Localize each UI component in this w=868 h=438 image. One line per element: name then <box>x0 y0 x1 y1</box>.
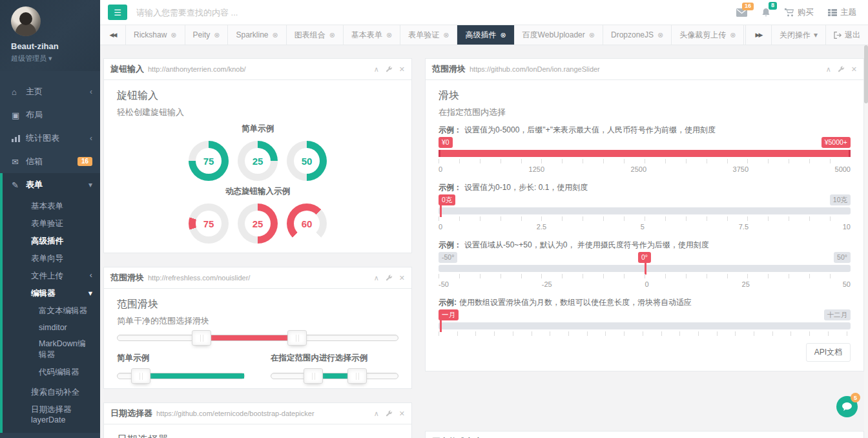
tabs-scroll-right-button[interactable]: ▶▶ <box>745 25 771 45</box>
close-icon[interactable]: ✕ <box>399 410 405 417</box>
scrollbar-thumb[interactable] <box>864 45 868 103</box>
slider-handle[interactable] <box>192 330 211 346</box>
tab-close-icon[interactable]: ⊗ <box>273 31 278 39</box>
knob-input[interactable]: 50 <box>287 141 327 181</box>
slider-handle[interactable] <box>347 368 367 384</box>
sidebar-item-mailbox[interactable]: ✉ 信箱 16 <box>0 150 100 173</box>
submenu-form-wizard[interactable]: 表单向导 <box>3 250 100 267</box>
close-icon[interactable]: ✕ <box>851 66 857 73</box>
range-slider[interactable] <box>117 335 398 341</box>
submenu-autocomplete[interactable]: 搜索自动补全 <box>3 381 100 401</box>
tab-avatar-crop[interactable]: 头像裁剪上传⊗ <box>672 25 744 45</box>
ion-slider-money[interactable]: ¥0 ¥5000+ 01250250037505000 <box>439 137 851 176</box>
slider-handle[interactable] <box>439 150 440 157</box>
slider-handle[interactable] <box>287 330 307 346</box>
api-doc-button[interactable]: API文档 <box>806 343 851 362</box>
close-icon[interactable]: ✕ <box>399 66 405 73</box>
wrench-icon[interactable] <box>386 275 393 282</box>
sidebar-toggle-button[interactable]: ☰ <box>108 5 127 20</box>
tab-close-icon[interactable]: ⊗ <box>657 31 663 39</box>
slider-handle[interactable] <box>645 262 646 275</box>
close-operations-dropdown[interactable]: 关闭操作▾ <box>771 25 825 45</box>
tab-close-icon[interactable]: ⊗ <box>730 31 736 39</box>
tab-peity[interactable]: Peity⊗ <box>185 25 229 45</box>
panel-title: 范围滑块 <box>432 63 466 75</box>
submenu-form-validation[interactable]: 表单验证 <box>3 215 100 233</box>
sidebar-item-layout[interactable]: ▣ 布局 <box>0 103 100 127</box>
submenu-advanced-plugins[interactable]: 高级插件 <box>3 233 100 250</box>
panel-title: 范围滑块 <box>110 272 144 284</box>
tab-close-icon[interactable]: ⊗ <box>443 31 449 39</box>
knob-input[interactable]: 60 <box>287 203 327 244</box>
slider-handle[interactable] <box>440 205 442 217</box>
slider-handle[interactable] <box>440 320 442 332</box>
tab-close-icon[interactable]: ⊗ <box>386 31 392 39</box>
tab-webuploader[interactable]: 百度WebUploader⊗ <box>515 25 603 45</box>
chat-bubble-icon <box>842 402 852 411</box>
ion-heading: 滑块 <box>439 89 851 103</box>
panel-url: https://github.com/lonDen/ion.rangeSlide… <box>470 65 826 73</box>
wrench-icon[interactable] <box>838 66 845 73</box>
tab-rickshaw[interactable]: Rickshaw⊗ <box>126 25 185 45</box>
tabs-scroll-left-button[interactable]: ◀◀ <box>100 25 126 45</box>
slider-handle[interactable] <box>849 150 851 157</box>
knob-input[interactable]: 75 <box>189 203 229 244</box>
submenu-basic-form[interactable]: 基本表单 <box>3 198 100 215</box>
tab-chart-combo[interactable]: 图表组合⊗ <box>287 25 344 45</box>
slider-handle[interactable] <box>304 368 323 384</box>
slider-track[interactable] <box>439 150 851 157</box>
tab-sparkline[interactable]: Sparkline⊗ <box>228 25 286 45</box>
notifications-button[interactable]: 8 <box>761 8 770 17</box>
theme-button[interactable]: 主题 <box>828 7 856 18</box>
submenu-file-upload[interactable]: 文件上传‹ <box>3 267 100 285</box>
tab-close-icon[interactable]: ⊗ <box>500 31 506 39</box>
submenu-markdown-editor[interactable]: MarkDown编辑器 <box>3 335 100 364</box>
tab-close-icon[interactable]: ⊗ <box>214 31 220 39</box>
tab-close-icon[interactable]: ⊗ <box>589 31 595 39</box>
messages-button[interactable]: 16 <box>736 8 747 17</box>
tab-dropzonejs[interactable]: DropzoneJS⊗ <box>603 25 672 45</box>
ion-slider-months[interactable]: 一月 十二月 <box>439 309 851 337</box>
wrench-icon[interactable] <box>386 410 393 417</box>
slider-min-badge: -50° <box>439 252 457 263</box>
slider-max-badge: 10克 <box>830 194 851 205</box>
user-role-dropdown[interactable]: 超级管理员 ▾ <box>11 54 100 63</box>
knob-input[interactable]: 25 <box>238 141 278 181</box>
search-input[interactable] <box>136 8 722 17</box>
avatar[interactable] <box>11 6 41 36</box>
simple-slider[interactable] <box>117 373 245 379</box>
sidebar-item-forms[interactable]: ✎ 表单 ▾ <box>3 173 100 196</box>
collapse-icon[interactable]: ∧ <box>374 275 379 282</box>
tab-advanced-plugins[interactable]: 高级插件⊗ <box>457 25 514 45</box>
slider-handle[interactable] <box>131 368 150 384</box>
close-icon[interactable]: ✕ <box>399 275 405 282</box>
sidebar-item-charts[interactable]: 统计图表 ‹ <box>0 127 100 150</box>
collapse-icon[interactable]: ∧ <box>826 66 831 73</box>
scrollbar-track[interactable] <box>864 45 868 438</box>
exit-button[interactable]: 退出 <box>825 25 868 45</box>
datepicker-heading: 日期选择器 <box>117 433 398 438</box>
collapse-icon[interactable]: ∧ <box>374 66 379 73</box>
submenu-richtext-editor[interactable]: 富文本编辑器 <box>3 302 100 320</box>
submenu-editors[interactable]: 编辑器▾ <box>3 285 100 302</box>
knob-input[interactable]: 75 <box>189 141 229 181</box>
ion-slider-gram[interactable]: 0克 10克 02.557.510 <box>439 194 851 233</box>
ion-slider-celsius[interactable]: -50° 0° 50° -50-2502550 <box>439 252 851 291</box>
range-select-slider[interactable] <box>271 373 398 379</box>
wrench-icon[interactable] <box>386 66 393 73</box>
sidebar-item-home[interactable]: ⌂ 主页 ‹ <box>0 80 100 103</box>
tab-form-validation[interactable]: 表单验证⊗ <box>400 25 457 45</box>
submenu-code-editor[interactable]: 代码编辑器 <box>3 364 100 381</box>
left-column: 旋钮输入 http://anthonyterrien.com/knob/ ∧ ✕… <box>103 58 412 438</box>
submenu-layerdate[interactable]: 日期选择器layerDate <box>3 401 100 428</box>
slider-track[interactable] <box>439 322 851 329</box>
buy-button[interactable]: 购买 <box>785 7 814 18</box>
slider-track[interactable] <box>439 207 851 214</box>
submenu-simditor[interactable]: simditor <box>3 320 100 335</box>
chat-button[interactable]: 5 <box>836 396 858 417</box>
tab-basic-form[interactable]: 基本表单⊗ <box>344 25 400 45</box>
tab-close-icon[interactable]: ⊗ <box>329 31 335 39</box>
tab-close-icon[interactable]: ⊗ <box>170 31 176 39</box>
knob-input[interactable]: 25 <box>238 203 278 244</box>
collapse-icon[interactable]: ∧ <box>374 410 379 417</box>
